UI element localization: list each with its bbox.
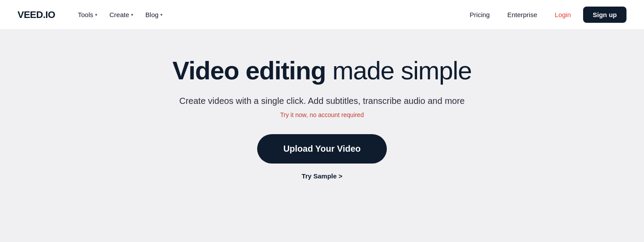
nav-create[interactable]: Create ▾: [104, 7, 138, 22]
nav-login[interactable]: Login: [549, 7, 576, 22]
nav-blog[interactable]: Blog ▾: [140, 7, 168, 22]
nav-blog-label: Blog: [145, 11, 159, 18]
chevron-down-icon: ▾: [95, 12, 97, 17]
nav-pricing[interactable]: Pricing: [464, 7, 495, 22]
nav-signup-button[interactable]: Sign up: [583, 7, 626, 23]
hero-subtitle: Create videos with a single click. Add s…: [179, 96, 464, 106]
nav-links-left: Tools ▾ Create ▾ Blog ▾: [73, 7, 464, 22]
nav-enterprise[interactable]: Enterprise: [502, 7, 542, 22]
hero-section: Video editing made simple Create videos …: [0, 30, 644, 197]
hero-title-bold: Video editing: [173, 56, 326, 85]
nav-create-label: Create: [110, 11, 129, 18]
hero-title-regular: made simple: [326, 56, 472, 85]
hero-title: Video editing made simple: [173, 56, 472, 85]
chevron-down-icon: ▾: [131, 12, 133, 17]
chevron-down-icon: ▾: [160, 12, 163, 17]
hero-note: Try it now, no account required: [280, 111, 364, 118]
nav-tools-label: Tools: [78, 11, 93, 18]
upload-video-button[interactable]: Upload Your Video: [257, 134, 387, 164]
nav-tools[interactable]: Tools ▾: [73, 7, 103, 22]
navbar: VEED.IO Tools ▾ Create ▾ Blog ▾ Pricing …: [0, 0, 644, 30]
try-sample-label: Try Sample: [302, 172, 337, 180]
logo[interactable]: VEED.IO: [18, 9, 55, 21]
try-sample-link[interactable]: Try Sample >: [302, 172, 343, 180]
nav-links-right: Pricing Enterprise Login Sign up: [464, 7, 626, 23]
try-sample-arrow-icon: >: [339, 172, 343, 180]
